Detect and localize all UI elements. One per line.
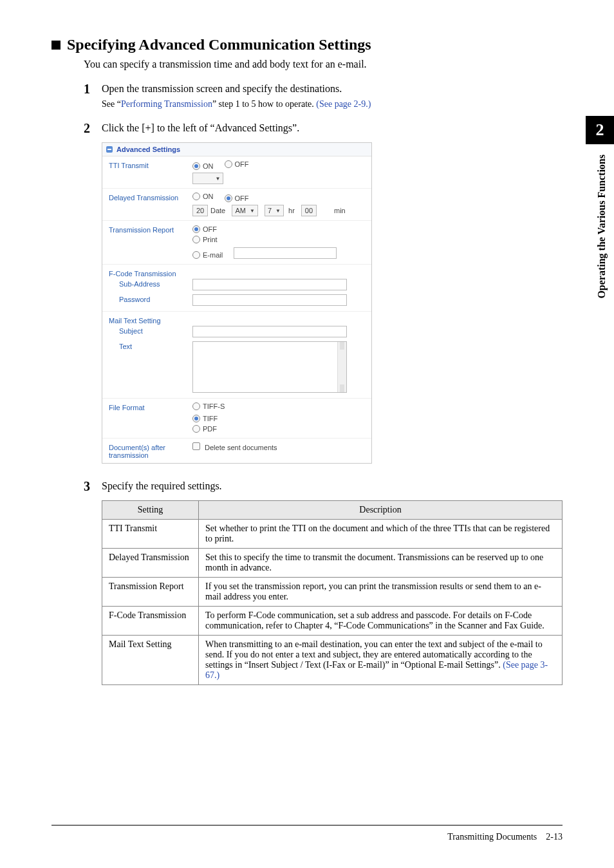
label-file-format: File Format <box>109 402 192 434</box>
row-mail-subject: Subject <box>102 325 371 340</box>
tti-select[interactable]: ▼ <box>192 173 223 184</box>
section-heading: Specifying Advanced Communication Settin… <box>51 36 563 53</box>
chevron-down-icon: ▼ <box>250 208 255 214</box>
row-fcode-subaddress: Sub-Address <box>102 278 371 293</box>
step-3-body: Specify the required settings. <box>102 479 222 494</box>
cell-setting: Transmission Report <box>102 578 199 607</box>
cell-setting: F-Code Transmission <box>102 607 199 636</box>
radio-report-off[interactable]: OFF <box>192 225 217 233</box>
table-row: TTI Transmit Set whether to print the TT… <box>102 520 563 549</box>
intro-text: You can specify a transmission time and … <box>84 59 563 70</box>
row-fcode-password: Password <box>102 293 371 312</box>
panel-header[interactable]: Advanced Settings <box>102 143 371 156</box>
table-row: Delayed Transmission Set this to specify… <box>102 549 563 578</box>
heading-text: Specifying Advanced Communication Settin… <box>67 36 371 53</box>
chapter-tab: 2 <box>586 116 614 144</box>
radio-tiff-s[interactable]: TIFF-S <box>192 402 225 410</box>
label-transmission-report: Transmission Report <box>109 225 192 260</box>
label-delayed-transmission: Delayed Transmission <box>109 193 192 216</box>
row-file-format: File Format TIFF-S TIFF PDF <box>102 399 371 439</box>
step-1-number: 1 <box>84 82 102 97</box>
heading-bullet-icon <box>51 41 60 50</box>
label-documents-after: Document(s) after transmission <box>109 442 192 459</box>
cell-setting: Mail Text Setting <box>102 636 199 685</box>
step-2-number: 2 <box>84 121 102 136</box>
advanced-settings-panel: Advanced Settings TTI Transmit ON OFF ▼ … <box>102 142 372 464</box>
step-2-body: Click the [+] to the left of “Advanced S… <box>102 121 299 136</box>
step-3: 3 Specify the required settings. <box>84 479 563 494</box>
row-mail-header: Mail Text Setting <box>102 312 371 325</box>
ampm-select[interactable]: AM▼ <box>232 205 257 216</box>
footer-rule <box>51 825 563 826</box>
row-tti-transmit: TTI Transmit ON OFF ▼ <box>102 156 371 189</box>
radio-delayed-on[interactable]: ON <box>192 193 214 200</box>
radio-delayed-off[interactable]: OFF <box>225 194 249 202</box>
label-fcode-transmission: F-Code Transmission <box>109 269 192 278</box>
cell-description: If you set the transmission report, you … <box>199 578 563 607</box>
table-row: Mail Text Setting When transmitting to a… <box>102 636 563 685</box>
label-mail-text-setting: Mail Text Setting <box>109 316 192 325</box>
cell-description: To perform F-Code communication, set a s… <box>199 607 563 636</box>
table-row: Transmission Report If you set the trans… <box>102 578 563 607</box>
report-email-field[interactable] <box>234 247 337 259</box>
cell-setting: TTI Transmit <box>102 520 199 549</box>
password-field[interactable] <box>192 294 347 306</box>
step-1-body: Open the transmission screen and specify… <box>102 82 342 97</box>
cell-description: Set whether to print the TTI on the docu… <box>199 520 563 549</box>
radio-report-email[interactable]: E-mail <box>192 251 223 259</box>
cell-description: When transmitting to an e-mail destinati… <box>199 636 563 685</box>
radio-pdf[interactable]: PDF <box>192 425 217 433</box>
minute-field[interactable]: 00 <box>301 205 317 216</box>
date-field[interactable]: 20 <box>192 205 208 216</box>
chapter-number: 2 <box>596 120 604 140</box>
chevron-down-icon: ▼ <box>275 208 281 214</box>
text-field[interactable] <box>192 341 347 393</box>
label-password: Password <box>109 294 192 307</box>
link-see-page-2-9[interactable]: (See page 2-9.) <box>316 99 371 109</box>
table-row: F-Code Transmission To perform F-Code co… <box>102 607 563 636</box>
row-mail-text: Text <box>102 340 371 399</box>
hour-select[interactable]: 7▼ <box>265 205 284 216</box>
th-setting: Setting <box>102 501 199 520</box>
label-sub-address: Sub-Address <box>109 279 192 292</box>
th-description: Description <box>199 501 563 520</box>
label-text: Text <box>109 341 192 394</box>
footer-title: Transmitting Documents <box>447 832 537 842</box>
row-documents-after: Document(s) after transmission Delete se… <box>102 439 371 463</box>
sub-address-field[interactable] <box>192 279 347 290</box>
checkbox-delete-sent[interactable] <box>192 444 203 451</box>
cell-setting: Delayed Transmission <box>102 549 199 578</box>
settings-table: Setting Description TTI Transmit Set whe… <box>102 500 563 685</box>
step-1-note: See “Performing Transmission” step 1 to … <box>102 99 563 109</box>
subject-field[interactable] <box>192 326 347 337</box>
row-fcode-header: F-Code Transmission <box>102 265 371 278</box>
footer-page: 2-13 <box>546 832 563 842</box>
row-delayed-transmission: Delayed Transmission ON OFF 20Date AM▼ 7… <box>102 189 371 221</box>
radio-tiff[interactable]: TIFF <box>192 415 218 422</box>
label-subject: Subject <box>109 326 192 339</box>
row-transmission-report: Transmission Report OFF Print E-mail <box>102 221 371 265</box>
step-1: 1 Open the transmission screen and speci… <box>84 82 563 97</box>
radio-report-print[interactable]: Print <box>192 236 218 243</box>
footer: Transmitting Documents 2-13 <box>447 832 563 842</box>
radio-tti-on[interactable]: ON <box>192 162 214 170</box>
cell-description: Set this to specify the time to transmit… <box>199 549 563 578</box>
step-2: 2 Click the [+] to the left of “Advanced… <box>84 121 563 136</box>
side-label: Operating the Various Functions <box>596 155 608 299</box>
panel-title: Advanced Settings <box>116 146 180 153</box>
chevron-down-icon: ▼ <box>215 176 220 182</box>
label-tti-transmit: TTI Transmit <box>109 160 192 184</box>
step-3-number: 3 <box>84 479 102 494</box>
scrollbar[interactable] <box>337 342 346 392</box>
collapse-icon[interactable] <box>106 146 113 153</box>
radio-tti-off[interactable]: OFF <box>225 160 249 168</box>
link-performing-transmission[interactable]: Performing Transmission <box>121 99 212 109</box>
